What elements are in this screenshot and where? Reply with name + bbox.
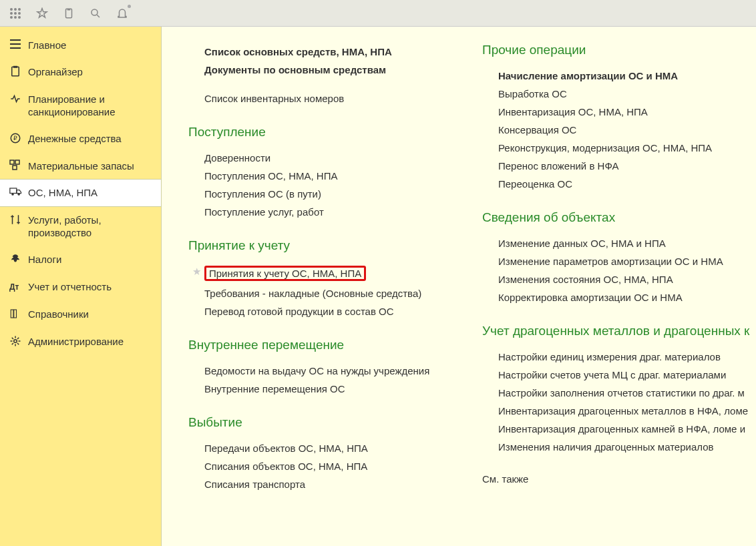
sidebar-item-assets[interactable]: ОС, НМА, НПА bbox=[0, 179, 161, 207]
sidebar-item-label: Администрирование bbox=[28, 335, 124, 348]
nav-link[interactable]: Внутренние перемещения ОС bbox=[188, 380, 442, 398]
nav-link[interactable]: Инвентаризация ОС, НМА, НПА bbox=[482, 103, 756, 121]
sidebar-item-admin[interactable]: Администрирование bbox=[0, 328, 161, 356]
top-links: Список основных средств, НМА, НПА Докуме… bbox=[188, 43, 442, 107]
section-internal-move: Внутреннее перемещение Ведомости на выда… bbox=[188, 338, 442, 398]
report-icon: Дт bbox=[9, 280, 28, 294]
nav-link[interactable]: Настройки заполнения отчетов статистики … bbox=[482, 384, 756, 402]
sidebar-item-label: Материальные запасы bbox=[28, 160, 134, 173]
section-disposal: Выбытие Передачи объектов ОС, НМА, НПА С… bbox=[188, 415, 442, 493]
nav-link[interactable]: Список инвентарных номеров bbox=[188, 89, 442, 107]
nav-link[interactable]: Списания транспорта bbox=[188, 475, 442, 493]
truck-icon bbox=[9, 186, 28, 199]
nav-link[interactable]: Поступление услуг, работ bbox=[188, 203, 442, 221]
section-acceptance: Принятие к учету ★ Принятия к учету ОС, … bbox=[188, 238, 442, 320]
nav-link[interactable]: Инвентаризация драгоценных металлов в НФ… bbox=[482, 402, 756, 420]
nav-link[interactable]: Списания объектов ОС, НМА, НПА bbox=[188, 457, 442, 475]
star-icon[interactable] bbox=[31, 3, 53, 23]
sidebar-item-money[interactable]: ₽ Денежные средства bbox=[0, 125, 161, 153]
nav-link[interactable]: Список основных средств, НМА, НПА bbox=[188, 43, 442, 61]
section-title: Внутреннее перемещение bbox=[188, 338, 442, 352]
apps-icon[interactable] bbox=[4, 3, 27, 23]
nav-link[interactable]: Документы по основным средствам bbox=[188, 61, 442, 79]
svg-rect-17 bbox=[15, 160, 19, 164]
nav-link[interactable]: Ведомости на выдачу ОС на нужды учрежден… bbox=[188, 362, 442, 380]
nav-link-highlighted[interactable]: ★ Принятия к учету ОС, НМА, НПА bbox=[188, 262, 442, 284]
svg-point-7 bbox=[14, 16, 17, 19]
nav-link[interactable]: Доверенности bbox=[188, 149, 442, 167]
nav-link[interactable]: Передачи объектов ОС, НМА, НПА bbox=[188, 439, 442, 457]
section-title: Сведения об объектах bbox=[482, 210, 756, 225]
sidebar-item-label: ОС, НМА, НПА bbox=[28, 186, 98, 200]
nav-link[interactable]: Поступления ОС (в пути) bbox=[188, 185, 442, 203]
sidebar-item-planning[interactable]: Планирование и санкционирование bbox=[0, 86, 161, 125]
nav-link[interactable]: Изменение данных ОС, НМА и НПА bbox=[482, 234, 756, 252]
nav-link[interactable]: Изменения состояния ОС, НМА, НПА bbox=[482, 270, 756, 288]
sidebar-item-label: Органайзер bbox=[28, 65, 83, 79]
section-title: Учет драгоценных металлов и драгоценных … bbox=[482, 324, 756, 338]
section-title: Принятие к учету bbox=[188, 238, 442, 253]
svg-text:₽: ₽ bbox=[13, 135, 17, 142]
nav-link[interactable]: Требования - накладные (Основные средств… bbox=[188, 284, 442, 302]
sidebar-item-label: Услуги, работы, производство bbox=[28, 214, 154, 240]
menu-icon bbox=[9, 39, 28, 51]
section-title: Прочие операции bbox=[482, 43, 756, 57]
sidebar-item-label: Денежные средства bbox=[28, 132, 122, 146]
sidebar-item-organizer[interactable]: Органайзер bbox=[0, 59, 161, 86]
tools-icon bbox=[9, 214, 28, 228]
nav-link[interactable]: Перевод готовой продукции в состав ОС bbox=[188, 302, 442, 320]
section-object-info: Сведения об объектах Изменение данных ОС… bbox=[482, 210, 756, 306]
search-icon[interactable] bbox=[84, 3, 107, 23]
svg-text:Дт: Дт bbox=[9, 282, 19, 292]
nav-link[interactable]: Настройки счетов учета МЦ с драг. матери… bbox=[482, 366, 756, 384]
gear-icon bbox=[9, 335, 28, 349]
svg-point-0 bbox=[10, 8, 13, 11]
plan-icon bbox=[9, 93, 28, 107]
nav-link[interactable]: Корректировка амортизации ОС и НМА bbox=[482, 288, 756, 306]
section-precious-metals: Учет драгоценных металлов и драгоценных … bbox=[482, 324, 756, 456]
nav-link[interactable]: Реконструкция, модернизация ОС, НМА, НПА bbox=[482, 139, 756, 157]
sidebar-item-references[interactable]: Справочники bbox=[0, 301, 161, 328]
see-also-label: См. также bbox=[482, 473, 756, 485]
boxes-icon bbox=[9, 160, 28, 172]
star-icon: ★ bbox=[192, 266, 201, 278]
nav-link[interactable]: Поступления ОС, НМА, НПА bbox=[188, 167, 442, 185]
nav-link[interactable]: Изменение параметров амортизации ОС и НМ… bbox=[482, 252, 756, 270]
nav-link[interactable]: Переоценка ОС bbox=[482, 175, 756, 193]
sidebar-item-taxes[interactable]: Налоги bbox=[0, 246, 161, 274]
bell-icon[interactable] bbox=[111, 3, 134, 23]
content-area: Список основных средств, НМА, НПА Докуме… bbox=[162, 27, 756, 546]
ruble-icon: ₽ bbox=[9, 132, 28, 146]
svg-point-10 bbox=[91, 9, 98, 15]
content-column-left: Список основных средств, НМА, НПА Докуме… bbox=[188, 43, 442, 546]
books-icon bbox=[9, 308, 28, 322]
svg-point-8 bbox=[18, 16, 21, 19]
svg-rect-16 bbox=[10, 160, 14, 164]
section-receipt: Поступление Доверенности Поступления ОС,… bbox=[188, 125, 442, 221]
clipboard-icon bbox=[9, 65, 28, 79]
nav-link[interactable]: Инвентаризация драгоценных камней в НФА,… bbox=[482, 420, 756, 438]
top-toolbar bbox=[0, 0, 756, 27]
nav-link[interactable]: Выработка ОС bbox=[482, 85, 756, 103]
sidebar-item-main[interactable]: Главное bbox=[0, 32, 161, 59]
svg-rect-24 bbox=[14, 310, 17, 318]
svg-point-3 bbox=[10, 12, 13, 15]
sidebar-item-services[interactable]: Услуги, работы, производство bbox=[0, 207, 161, 246]
nav-link[interactable]: Настройки единиц измерения драг. материа… bbox=[482, 348, 756, 366]
nav-link[interactable]: Начисление амортизации ОС и НМА bbox=[482, 67, 756, 85]
sidebar-item-accounting[interactable]: Дт Учет и отчетность bbox=[0, 274, 161, 301]
svg-point-5 bbox=[18, 12, 21, 15]
svg-point-6 bbox=[10, 16, 13, 19]
nav-link[interactable]: Изменения наличия драгоценных материалов bbox=[482, 438, 756, 456]
clipboard-icon[interactable] bbox=[57, 3, 80, 23]
sidebar-item-label: Главное bbox=[28, 39, 66, 52]
svg-point-20 bbox=[11, 194, 13, 196]
nav-link[interactable]: Перенос вложений в НФА bbox=[482, 157, 756, 175]
nav-link[interactable]: Консервация ОС bbox=[482, 121, 756, 139]
sidebar-item-label: Планирование и санкционирование bbox=[28, 93, 154, 119]
sidebar-nav: Главное Органайзер Планирование и санкци… bbox=[0, 27, 162, 546]
sidebar-item-label: Учет и отчетность bbox=[28, 280, 112, 294]
svg-rect-18 bbox=[13, 166, 17, 170]
sidebar-item-materials[interactable]: Материальные запасы bbox=[0, 153, 161, 180]
svg-rect-12 bbox=[12, 67, 19, 76]
